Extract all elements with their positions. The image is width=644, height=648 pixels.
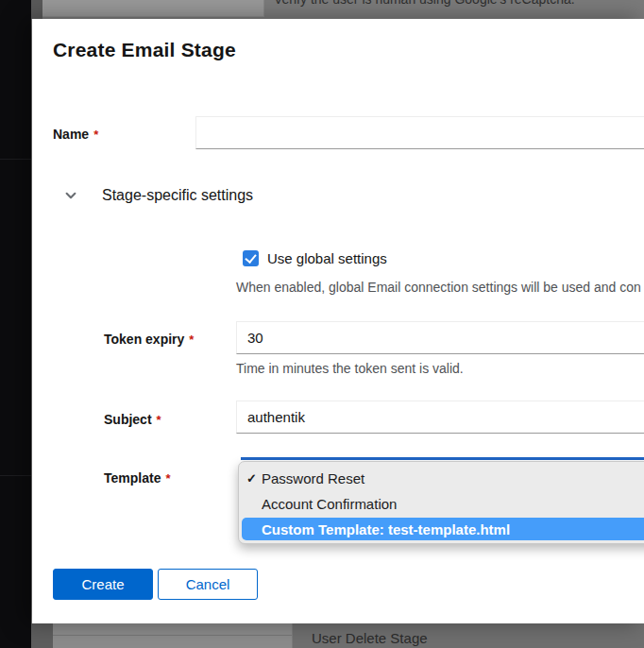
dropdown-option-custom-template[interactable]: Custom Template: test-template.html	[242, 518, 644, 540]
modal-title: Create Email Stage	[53, 39, 236, 61]
group-header-label: Stage-specific settings	[102, 187, 253, 204]
dropdown-option-label: Password Reset	[262, 470, 364, 486]
use-global-settings-row: Use global settings	[243, 250, 387, 266]
dropdown-option-account-confirmation[interactable]: Account Confirmation	[239, 491, 644, 517]
token-expiry-help: Time in minutes the token sent is valid.	[236, 361, 464, 376]
template-label: Template*	[104, 470, 171, 486]
backdrop-table-edge	[31, 0, 42, 19]
required-marker: *	[189, 333, 194, 347]
backdrop-recaptcha-text: Verify the user is human using Google's …	[274, 0, 575, 7]
use-global-settings-help: When enabled, global Email connection se…	[236, 280, 641, 295]
dropdown-option-label: Custom Template: test-template.html	[262, 521, 510, 537]
dropdown-option-label: Account Confirmation	[262, 496, 397, 512]
token-expiry-input[interactable]	[236, 321, 644, 354]
subject-label-text: Subject	[104, 412, 152, 427]
divider	[53, 635, 292, 636]
subject-input[interactable]	[236, 401, 644, 434]
required-marker: *	[93, 128, 98, 142]
backdrop-user-delete-stage-text: User Delete Stage	[312, 630, 428, 646]
sidebar	[0, 0, 31, 648]
name-label: Name*	[53, 127, 98, 142]
backdrop-table-cell	[42, 0, 264, 17]
chevron-down-icon	[64, 189, 77, 202]
token-expiry-label: Token expiry*	[104, 332, 194, 347]
backdrop-checkbox-column	[31, 623, 53, 648]
backdrop-table-row-top: Verify the user is human using Google's …	[31, 0, 644, 19]
dropdown-option-password-reset[interactable]: ✓ Password Reset	[239, 466, 644, 491]
sidebar-divider	[0, 159, 31, 160]
name-label-text: Name	[53, 127, 89, 142]
screen: Verify the user is human using Google's …	[0, 0, 644, 648]
template-dropdown-menu: ✓ Password Reset Account Confirmation Cu…	[238, 461, 644, 544]
use-global-settings-checkbox[interactable]	[243, 250, 259, 266]
backdrop-table-cell	[53, 623, 293, 648]
token-expiry-label-text: Token expiry	[104, 332, 184, 347]
template-label-text: Template	[104, 470, 161, 486]
required-marker: *	[157, 413, 161, 427]
required-marker: *	[165, 471, 170, 486]
create-button[interactable]: Create	[53, 569, 153, 600]
name-input[interactable]	[195, 116, 644, 149]
template-select-focus-border	[241, 457, 644, 460]
sidebar-divider	[0, 475, 31, 476]
use-global-settings-label: Use global settings	[267, 250, 387, 266]
cancel-button[interactable]: Cancel	[158, 569, 258, 600]
stage-specific-settings-toggle[interactable]: Stage-specific settings	[64, 187, 253, 204]
subject-label: Subject*	[104, 412, 161, 427]
backdrop-table-row-bottom: User Delete Stage	[31, 623, 644, 648]
checkmark-icon: ✓	[246, 471, 257, 486]
create-email-stage-modal: Create Email Stage Name* Stage-specific …	[32, 19, 644, 623]
